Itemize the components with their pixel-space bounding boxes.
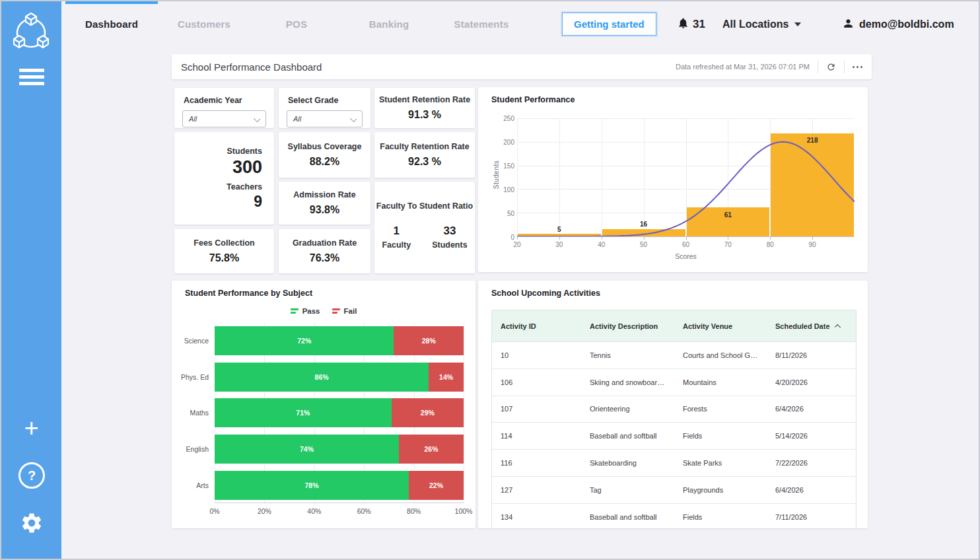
gridline [644, 118, 645, 236]
axis-tick-label: 0% [209, 507, 219, 515]
segment-value-label: 29% [421, 409, 435, 417]
table-cell: Tag [581, 477, 674, 503]
stacked-bar: 78%22% [215, 471, 464, 500]
kpi-label: Faculty Retention Rate [380, 142, 469, 151]
stacked-bar: 86%14% [215, 363, 464, 392]
stacked-bar-segment-pass[interactable]: 86% [215, 363, 429, 392]
histogram-bar[interactable] [518, 234, 601, 236]
axis-tick [728, 236, 728, 240]
dashboard-title-bar: School Performance Dashboard Data refres… [172, 54, 872, 79]
kpi-label: Students [227, 147, 262, 156]
kpi-student-retention: Student Retention Rate 91.3 % [374, 88, 475, 128]
stacked-bar-segment-pass[interactable]: 78% [215, 471, 409, 500]
histogram-bar[interactable] [771, 133, 854, 236]
notifications[interactable]: 31 [677, 16, 705, 33]
table-row[interactable]: 127TagPlaygrounds6/4/2026 [492, 477, 856, 504]
chevron-down-icon [350, 116, 357, 122]
segment-value-label: 78% [305, 481, 319, 489]
add-icon[interactable]: + [1, 415, 61, 441]
table-cell: 107 [492, 396, 581, 423]
kpi-students-teachers: Students 300 Teachers 9 [174, 132, 274, 225]
kpi-value: 76.3% [310, 252, 339, 264]
table-cell: 8/11/2026 [767, 342, 856, 368]
caret-down-icon [794, 22, 801, 26]
refresh-icon[interactable] [826, 62, 836, 72]
subject-performance-plot: Science 72%28% Phys. Ed 86%14% Maths 71%… [215, 323, 464, 503]
subject-row: Maths 71%29% [215, 395, 464, 431]
user-email: demo@boldbi.com [859, 18, 954, 30]
kpi-label: Faculty To Student Ratio [374, 201, 475, 211]
pass-legend-icon [291, 308, 298, 314]
table-row[interactable]: 107OrienteeringForests6/4/2026 [492, 396, 856, 423]
column-header-scheduled-date[interactable]: Scheduled Date [767, 310, 856, 341]
upcoming-activities-widget: School Upcoming Activities Activity ID A… [478, 281, 868, 528]
grade-select[interactable]: All [287, 110, 363, 127]
settings-gear-icon[interactable] [20, 511, 44, 538]
widget-title: Student Performance by Subject [185, 289, 312, 298]
table-cell: 114 [492, 423, 581, 449]
location-selector[interactable]: All Locations [722, 1, 801, 48]
table-row[interactable]: 116SkateboardingSkate Parks7/22/2026 [492, 450, 856, 477]
getting-started-button[interactable]: Getting started [562, 13, 656, 36]
user-menu[interactable]: demo@boldbi.com [842, 1, 954, 48]
tab-statements[interactable]: Statements [435, 1, 528, 48]
legend-item-pass[interactable]: Pass [291, 307, 320, 315]
kpi-syllabus-coverage: Syllabus Coverage 88.2% [279, 132, 370, 178]
axis-tick-label: 20 [513, 241, 520, 248]
table-cell: 116 [492, 450, 581, 476]
table-cell: Skiing and snowboarding [581, 369, 674, 396]
stacked-bar-segment-fail[interactable]: 22% [409, 471, 464, 500]
kpi-value: 91.3 % [408, 109, 441, 121]
axis-tick-label: 200 [495, 139, 514, 146]
gridline [559, 118, 560, 236]
stacked-bar-segment-fail[interactable]: 14% [429, 363, 464, 392]
gridline [517, 118, 855, 119]
legend-item-fail[interactable]: Fail [332, 307, 357, 315]
stacked-bar: 71%29% [215, 398, 464, 427]
stacked-bar-segment-pass[interactable]: 74% [215, 435, 399, 464]
tab-customers[interactable]: Customers [158, 1, 250, 48]
more-options-icon[interactable] [853, 66, 862, 68]
table-row[interactable]: 106Skiing and snowboardingMountains4/20/… [492, 369, 856, 396]
kpi-value: 92.3 % [408, 156, 441, 168]
subject-row: Science 72%28% [215, 323, 464, 359]
menu-icon[interactable] [19, 69, 44, 88]
grade-filter-card: Select Grade All [279, 88, 370, 128]
stacked-bar-segment-pass[interactable]: 71% [215, 398, 392, 427]
table-cell: Mountains [674, 369, 767, 396]
axis-tick-label: 50 [640, 241, 647, 248]
tab-dashboard[interactable]: Dashboard [65, 1, 158, 48]
stacked-bar-segment-fail[interactable]: 28% [394, 326, 464, 355]
sidebar: + ? [1, 1, 61, 559]
top-navigation: Dashboard Customers POS Banking Statemen… [61, 1, 980, 48]
histogram-bar[interactable] [602, 229, 685, 236]
stacked-bar: 72%28% [215, 326, 464, 355]
boldbi-logo-icon[interactable] [10, 11, 52, 55]
tab-banking[interactable]: Banking [343, 1, 435, 48]
axis-tick-label: 40 [598, 241, 605, 248]
academic-year-select[interactable]: All [182, 110, 266, 127]
tab-pos[interactable]: POS [250, 1, 343, 48]
table-row[interactable]: 10TennisCourts and School Gymnasiu...8/1… [492, 342, 856, 369]
subject-row: Phys. Ed 86%14% [215, 359, 464, 396]
academic-year-value: All [189, 115, 197, 123]
stacked-bar-segment-pass[interactable]: 72% [215, 326, 394, 355]
segment-value-label: 74% [300, 445, 314, 453]
stacked-bar-segment-fail[interactable]: 29% [392, 398, 464, 427]
category-label: Maths [162, 409, 209, 417]
divider [844, 60, 845, 73]
kpi-label: Teachers [227, 182, 262, 192]
column-header-activity-description[interactable]: Activity Description [581, 310, 674, 341]
stacked-bar-segment-fail[interactable]: 26% [399, 435, 464, 464]
table-row[interactable]: 134Baseball and softballFields7/11/2026 [492, 504, 856, 528]
x-axis-label: Scores [517, 252, 855, 260]
axis-tick [602, 236, 602, 240]
kpi-label: Graduation Rate [293, 238, 357, 248]
table-cell: 5/14/2026 [767, 423, 856, 449]
legend-label: Pass [302, 307, 320, 315]
help-icon[interactable]: ? [18, 462, 45, 489]
table-row[interactable]: 114Baseball and softballFields5/14/2026 [492, 423, 856, 450]
column-header-activity-id[interactable]: Activity ID [492, 310, 581, 341]
column-header-activity-venue[interactable]: Activity Venue [674, 310, 767, 341]
column-header-label: Scheduled Date [775, 322, 830, 330]
